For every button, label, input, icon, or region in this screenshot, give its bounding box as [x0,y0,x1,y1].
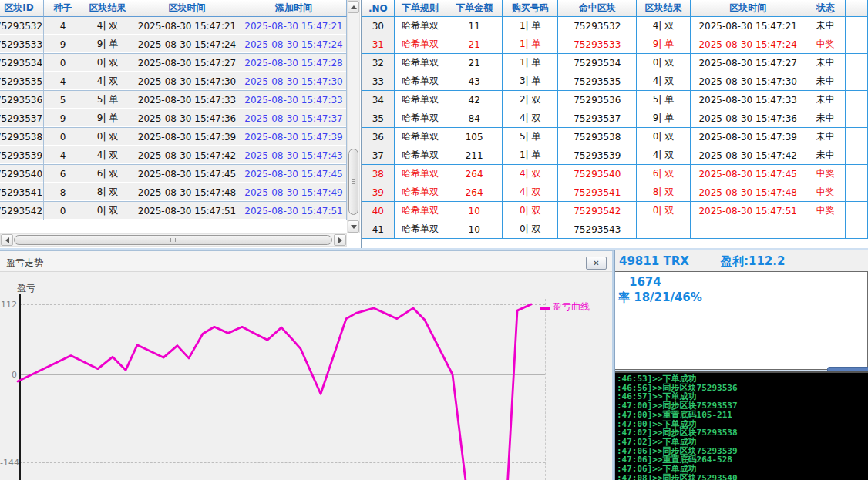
table-cell: 中奖 [806,35,846,53]
table-cell: 哈希单双 [395,54,447,72]
column-header[interactable]: 下单规则 [395,0,447,17]
table-cell: 1| 单 [503,35,559,53]
table-row[interactable]: 7529353800| 双2025-08-30 15:47:392025-08-… [0,128,347,146]
table-row[interactable]: 41哈希单双100| 双75293543 [362,220,868,239]
table-cell: 哈希单双 [395,220,447,238]
table-cell: 0| 双 [503,220,559,238]
table-cell-stub [846,165,868,183]
table-cell: 4 [44,17,82,35]
table-cell: 75293537 [0,109,44,127]
column-header[interactable]: .NO [362,0,395,17]
table-row[interactable]: 38哈希单双2644| 双752935406| 双2025-08-30 15:4… [362,165,868,183]
table-cell: 5| 单 [637,91,691,109]
column-header[interactable]: 添加时间 [241,0,347,17]
table-cell: 9 [44,35,82,53]
table-row[interactable]: 7529353544| 双2025-08-30 15:47:302025-08-… [0,72,347,91]
table-row[interactable]: 7529354066| 双2025-08-30 15:47:452025-08-… [0,165,347,183]
table-row[interactable]: 33哈希单双433| 单752935354| 双2025-08-30 15:47… [362,72,868,91]
table-row[interactable]: 36哈希单双1055| 单752935380| 双2025-08-30 15:4… [362,128,868,146]
scroll-down-button[interactable] [348,220,359,233]
table-cell: 35 [362,109,395,127]
log-panel: :46:53]>>下单成功:46:56]>>同步区块75293536:46:57… [614,371,868,480]
table-row[interactable]: 35哈希单双844| 双752935379| 单2025-08-30 15:47… [362,109,868,128]
table-cell: 2025-08-30 15:47:45 [241,165,347,183]
table-cell: 10 [446,220,503,238]
table-cell: 9| 单 [82,35,133,53]
column-header[interactable]: 区块时间 [691,0,806,17]
table-row[interactable]: 30哈希单双111| 单752935324| 双2025-08-30 15:47… [362,17,868,35]
table-cell: 0| 双 [82,54,133,72]
scroll-up-icon [351,5,357,9]
table-cell: 8 [44,183,82,201]
column-header[interactable]: 区块结果 [637,0,691,17]
vscroll-thumb[interactable] [348,149,358,215]
table-cell: 0 [44,128,82,146]
table-cell: 2025-08-30 15:47:28 [241,54,347,72]
table-cell: 2025-08-30 15:47:39 [241,128,347,146]
table-cell: 4| 双 [82,146,133,164]
table-cell: 0 [44,202,82,220]
table-cell: 4| 双 [637,72,691,90]
table-cell: 9| 单 [637,35,691,53]
table-cell: 75293539 [558,146,637,164]
table-cell: 32 [362,54,395,72]
table-cell: 75293541 [0,183,44,201]
table-cell: 9| 单 [637,109,691,127]
table-cell: 4| 双 [637,146,691,164]
table-cell: 75293535 [0,72,44,90]
table-cell: 2025-08-30 15:47:21 [133,17,241,35]
table-row[interactable]: 7529354200| 双2025-08-30 15:47:512025-08-… [0,202,347,220]
table-row[interactable]: 7529353944| 双2025-08-30 15:47:422025-08-… [0,146,347,165]
table-row[interactable]: 7529353244| 双2025-08-30 15:47:212025-08-… [0,17,347,35]
table-row[interactable]: 32哈希单双211| 单752935340| 双2025-08-30 15:47… [362,54,868,72]
table-row[interactable]: 40哈希单双100| 双752935420| 双2025-08-30 15:47… [362,202,868,220]
table-cell: 2025-08-30 15:47:33 [691,91,806,109]
table-cell: 未中 [806,128,846,146]
table-row[interactable]: 7529354188| 双2025-08-30 15:47:482025-08-… [0,183,347,202]
table-cell: 哈希单双 [395,128,447,146]
block-table-vscrollbar[interactable] [347,0,360,233]
column-header[interactable]: 命中区块 [558,0,637,17]
column-header[interactable]: 种子 [44,0,82,17]
table-row[interactable]: 37哈希单双2111| 单752935394| 双2025-08-30 15:4… [362,146,868,165]
table-cell: 39 [362,183,395,201]
column-header[interactable]: 区块结果 [82,0,133,17]
table-cell: 75293540 [0,165,44,183]
table-row[interactable]: 39哈希单双2644| 双752935418| 双2025-08-30 15:4… [362,183,868,202]
table-cell-stub [846,128,868,146]
block-table-hscrollbar[interactable] [0,233,347,247]
table-row[interactable]: 31哈希单双211| 单752935339| 单2025-08-30 15:47… [362,35,868,54]
column-header[interactable]: 状态 [806,0,846,17]
orders-table-header: .NO下单规则下单金额购买号码命中区块区块结果区块时间状态 [362,0,868,17]
table-row[interactable]: 7529353655| 单2025-08-30 15:47:332025-08-… [0,91,347,109]
table-cell-stub [846,35,868,53]
table-cell: 2025-08-30 15:47:27 [133,54,241,72]
table-cell: 75293541 [558,183,637,201]
table-cell: 33 [362,72,395,90]
table-row[interactable]: 34哈希单双422| 双752935365| 单2025-08-30 15:47… [362,91,868,109]
column-header[interactable]: 区块时间 [133,0,241,17]
table-cell: 75293536 [558,91,637,109]
scroll-right-button[interactable] [334,234,346,246]
table-cell: 哈希单双 [395,91,447,109]
column-header[interactable]: 下单金额 [446,0,503,17]
table-cell: 未中 [806,72,846,90]
table-cell: 84 [446,109,503,127]
table-cell: 中奖 [806,202,846,220]
table-cell: 105 [446,128,503,146]
table-row[interactable]: 7529353400| 双2025-08-30 15:47:272025-08-… [0,54,347,72]
column-header[interactable]: 区块ID [0,0,44,17]
table-cell-stub [846,220,868,238]
table-row[interactable]: 7529353799| 单2025-08-30 15:47:362025-08-… [0,109,347,128]
table-cell [691,220,806,238]
orders-table-panel: .NO下单规则下单金额购买号码命中区块区块结果区块时间状态 30哈希单双111|… [361,0,868,248]
table-cell: 21 [446,54,503,72]
table-row[interactable]: 7529353399| 单2025-08-30 15:47:242025-08-… [0,35,347,54]
hscroll-thumb[interactable] [14,235,332,245]
column-header[interactable]: 购买号码 [503,0,559,17]
profit-text: 盈利:112.2 [721,254,785,269]
scroll-left-button[interactable] [1,234,13,246]
table-cell: 2025-08-30 15:47:27 [691,54,806,72]
scroll-up-button[interactable] [348,1,359,13]
table-cell: 75293536 [0,91,44,109]
